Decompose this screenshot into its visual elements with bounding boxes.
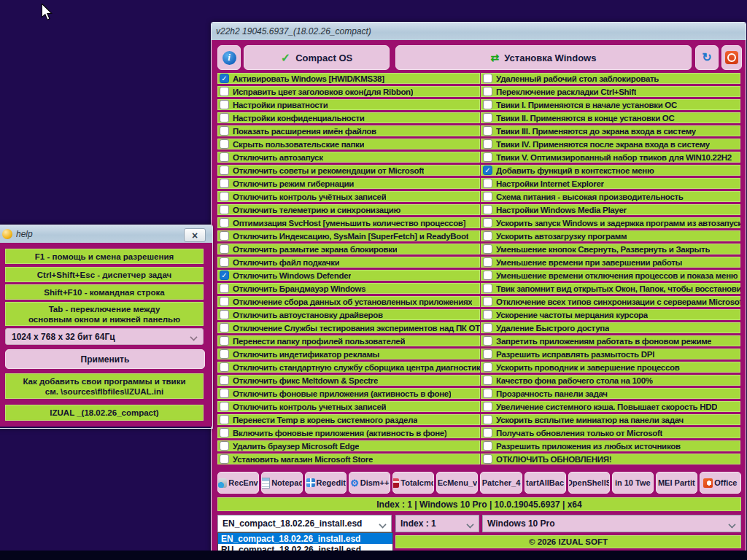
option-right-9[interactable]: Настройки Internet Explorer	[481, 178, 740, 189]
checkbox-unchecked[interactable]	[220, 179, 229, 188]
checkbox-unchecked[interactable]	[220, 389, 229, 398]
checkbox-unchecked[interactable]	[483, 336, 492, 346]
option-left-26[interactable]: Отключить контроль учетных записей	[217, 401, 480, 412]
option-right-3[interactable]: Твики I. Применяются в начале установки …	[481, 99, 740, 110]
checkbox-unchecked[interactable]	[483, 179, 492, 188]
checkbox-unchecked[interactable]	[483, 428, 492, 438]
option-right-26[interactable]: Увеличение системного кэша. Повышает ско…	[481, 401, 740, 412]
checkbox-unchecked[interactable]	[483, 297, 492, 306]
option-right-29[interactable]: Разрешить приложения из любых источников	[481, 440, 740, 451]
checkbox-unchecked[interactable]	[483, 205, 492, 214]
option-left-6[interactable]: Скрыть пользовательские папки	[217, 139, 480, 149]
option-left-8[interactable]: Отключить советы и рекомендации от Micro…	[217, 165, 480, 176]
refresh-button[interactable]: ↻	[695, 45, 719, 70]
app-button-office[interactable]: Office	[700, 472, 741, 494]
option-left-10[interactable]: Отключить контроль учётных записей	[217, 191, 480, 202]
checkbox-unchecked[interactable]	[220, 336, 229, 346]
option-left-29[interactable]: Удалить браузер Microsoft Edge	[217, 440, 480, 451]
option-left-3[interactable]: Настройки приватности	[217, 99, 480, 110]
checkbox-unchecked[interactable]	[220, 113, 229, 122]
option-left-25[interactable]: Отключить фоновые приложения (активность…	[217, 388, 480, 399]
checkbox-unchecked[interactable]	[220, 297, 229, 306]
resolution-dropdown[interactable]: 747 x 560 x 32 бит 64Гц	[5, 328, 204, 345]
image-file-dropdown[interactable]: EN_compact_18.02.26_install.esd	[217, 515, 392, 532]
close-icon[interactable]: ×	[184, 228, 206, 242]
help-window-titlebar[interactable]: help ×	[0, 225, 212, 243]
checkbox-unchecked[interactable]	[220, 310, 229, 319]
option-left-28[interactable]: Включить фоновые приложения (активность …	[217, 427, 480, 438]
option-right-1[interactable]: Удаленный рабочий стол заблокировать	[481, 73, 740, 84]
app-button-totalcmd[interactable]: Totalcmd	[392, 472, 434, 494]
option-right-30[interactable]: ОТКЛЮЧИТЬ ОБНОВЛЕНИЯ!	[481, 454, 740, 464]
option-left-4[interactable]: Настройки конфиденциальности	[217, 112, 480, 123]
main-window-titlebar[interactable]: v22h2 19045.6937_(18.02.26_compact)	[212, 23, 746, 40]
app-button-openshells[interactable]: OpenShellS	[568, 472, 610, 494]
checkbox-unchecked[interactable]	[220, 454, 229, 464]
edition-dropdown[interactable]: Windows 10 Pro	[482, 515, 741, 532]
app-button-tartallbac[interactable]: tartAllBac	[525, 472, 566, 494]
option-right-4[interactable]: Твики II. Применяются в конце установки …	[481, 112, 740, 123]
info-button[interactable]: i	[217, 45, 241, 70]
checkbox-unchecked[interactable]	[483, 87, 492, 96]
checkbox-unchecked[interactable]	[220, 362, 229, 372]
option-right-18[interactable]: Отключение всех типов синхронизации с се…	[481, 296, 740, 307]
option-right-22[interactable]: Разрешить исправлять размытость DPI	[481, 349, 740, 359]
option-right-7[interactable]: Твики V. Оптимизированный набор твиков д…	[481, 152, 740, 163]
checkbox-unchecked[interactable]	[483, 139, 492, 149]
option-right-27[interactable]: Ускорить всплытие миниатюр на панели зад…	[481, 414, 740, 425]
option-left-17[interactable]: Отключить Брандмауэр Windows	[217, 283, 480, 294]
checkbox-unchecked[interactable]	[220, 87, 229, 96]
checkbox-unchecked[interactable]	[220, 218, 229, 228]
checkbox-unchecked[interactable]	[483, 415, 492, 424]
dropdown-list-item-1[interactable]: EN_compact_18.02.26_install.esd	[218, 533, 392, 544]
option-left-2[interactable]: Исправить цвет заголовков окон(для Ribbo…	[217, 86, 480, 97]
option-left-19[interactable]: Отключить автоустановку драйверов	[217, 309, 480, 320]
option-left-5[interactable]: Показать расширения имён файлов	[217, 125, 480, 136]
checkbox-unchecked[interactable]	[220, 152, 229, 162]
option-right-6[interactable]: Твики IV. Применяются после экрана входа…	[481, 139, 740, 149]
checkbox-unchecked[interactable]	[483, 74, 492, 83]
option-right-23[interactable]: Ускорить проводник и завершение процессо…	[481, 362, 740, 373]
checkbox-unchecked[interactable]	[483, 389, 492, 398]
checkbox-unchecked[interactable]	[483, 323, 492, 332]
checkbox-unchecked[interactable]	[220, 244, 229, 254]
checkbox-unchecked[interactable]	[483, 244, 492, 254]
checkbox-unchecked[interactable]	[220, 100, 229, 109]
app-button-mei-partit[interactable]: MEI Partit	[656, 472, 697, 494]
option-right-17[interactable]: Твик запомнит вид открытых Окон, Папок, …	[481, 283, 740, 294]
option-left-11[interactable]: Отключить телеметрию и синхронизацию	[217, 204, 480, 215]
checkbox-unchecked[interactable]	[483, 113, 492, 122]
option-left-14[interactable]: Отключить размытие экрана блокировки	[217, 244, 480, 254]
option-right-5[interactable]: Твики III. Применяются до экрана входа в…	[481, 125, 740, 136]
checkbox-unchecked[interactable]	[220, 126, 229, 136]
apply-button[interactable]: Применить	[5, 349, 205, 369]
option-left-24[interactable]: Отключить фикс Meltdown & Spectre	[217, 375, 480, 386]
checkbox-unchecked[interactable]	[483, 100, 492, 109]
option-right-11[interactable]: Настройки Windows Media Player	[481, 204, 740, 215]
checkbox-unchecked[interactable]	[483, 271, 492, 280]
app-button-dism-[interactable]: ⚙Dism++	[349, 472, 390, 494]
checkbox-unchecked[interactable]	[220, 376, 229, 385]
option-right-8[interactable]: ✓Добавить функций в контекстное меню	[481, 165, 740, 176]
checkbox-unchecked[interactable]	[220, 415, 229, 424]
option-left-30[interactable]: Установить магазин Microsoft Store	[217, 454, 480, 464]
checkbox-unchecked[interactable]	[483, 362, 492, 372]
option-left-18[interactable]: Отключение сбора данных об установленных…	[217, 296, 480, 307]
checkbox-unchecked[interactable]	[483, 349, 492, 359]
checkbox-unchecked[interactable]	[483, 152, 492, 162]
checkbox-checked[interactable]: ✓	[220, 271, 229, 280]
option-left-21[interactable]: Перенести папку профилей пользователей	[217, 335, 480, 346]
option-left-7[interactable]: Отключить автозапуск	[217, 152, 480, 163]
checkbox-unchecked[interactable]	[483, 231, 492, 241]
option-right-12[interactable]: Ускорить запуск Windows и задержка прогр…	[481, 217, 740, 228]
option-left-15[interactable]: Отключить файл подкачки	[217, 257, 480, 268]
app-button-notepad[interactable]: Notepad	[261, 472, 303, 494]
option-right-24[interactable]: Качество фона рабочего стола на 100%	[481, 375, 740, 386]
option-left-12[interactable]: Оптимизация SvcHost [уменьшить количеств…	[217, 217, 480, 228]
checkbox-unchecked[interactable]	[483, 441, 492, 451]
option-right-19[interactable]: Ускорение частоты мерцания курсора	[481, 309, 740, 320]
option-right-15[interactable]: Уменьшение времени при завершении работы	[481, 257, 740, 268]
option-right-10[interactable]: Схема питания - высокая производительнос…	[481, 191, 740, 202]
app-button-ecmenu-v[interactable]: EcMenu_v	[436, 472, 478, 494]
checkbox-unchecked[interactable]	[220, 402, 229, 411]
